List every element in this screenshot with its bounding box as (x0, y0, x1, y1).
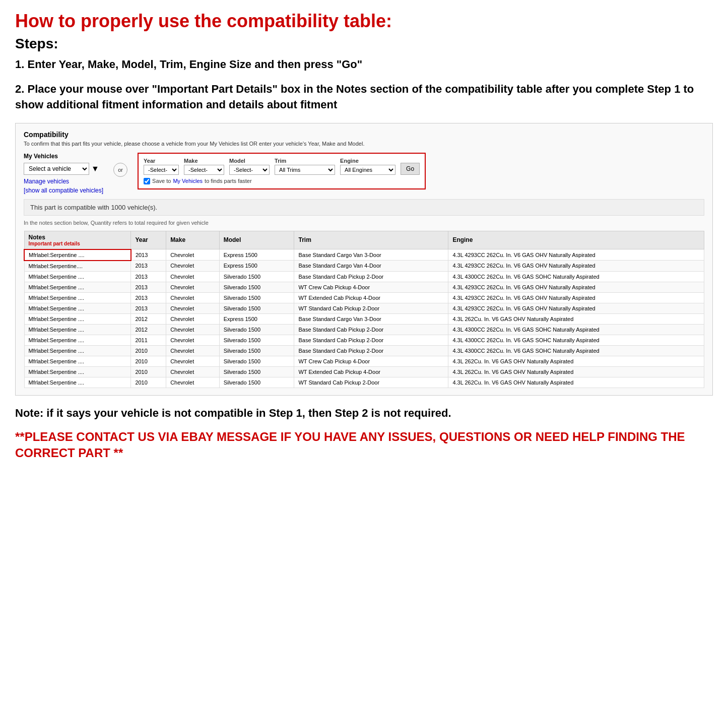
step2-text: 2. Place your mouse over "Important Part… (15, 82, 713, 113)
year-field: Year -Select- (144, 158, 179, 175)
col-notes: Notes Important part details (24, 231, 131, 249)
cell-engine: 4.3L 262Cu. In. V6 GAS OHV Naturally Asp… (448, 377, 704, 388)
cell-trim: Base Standard Cargo Van 3-Door (294, 313, 448, 324)
year-make-section: Year -Select- Make -Select- Model -Selec… (138, 153, 426, 189)
model-select[interactable]: -Select- (229, 165, 270, 175)
cell-year: 2013 (131, 303, 166, 313)
cell-year: 2012 (131, 324, 166, 335)
save-checkbox[interactable] (144, 178, 150, 184)
or-circle: or (113, 163, 127, 177)
go-button[interactable]: Go (401, 163, 420, 175)
in-notes-text: In the notes section below, Quantity ref… (24, 220, 704, 226)
col-notes-sub: Important part details (29, 241, 127, 246)
compat-desc: To confirm that this part fits your vehi… (24, 141, 704, 147)
cell-trim: WT Crew Cab Pickup 4-Door (294, 282, 448, 292)
cell-engine: 4.3L 4300CC 262Cu. In. V6 GAS SOHC Natur… (448, 324, 704, 335)
cell-model: Silverado 1500 (219, 271, 294, 282)
cell-model: Silverado 1500 (219, 292, 294, 303)
cell-make: Chevrolet (166, 249, 220, 261)
col-trim: Trim (294, 231, 448, 249)
cell-model: Silverado 1500 (219, 356, 294, 366)
cell-notes: Mfrlabel:Serpentine .... (24, 313, 131, 324)
cell-notes: Mfrlabel:Serpentine .... (24, 282, 131, 292)
cell-make: Chevrolet (166, 313, 220, 324)
cell-trim: Base Standard Cargo Van 4-Door (294, 261, 448, 272)
cell-make: Chevrolet (166, 303, 220, 313)
year-select[interactable]: -Select- (144, 165, 179, 175)
make-label: Make (184, 158, 224, 164)
cell-trim: Base Standard Cab Pickup 2-Door (294, 335, 448, 345)
table-row: Mfrlabel:Serpentine ....2013ChevroletSil… (24, 282, 704, 292)
cell-notes: Mfrlabel:Serpentine .... (24, 324, 131, 335)
engine-label: Engine (340, 158, 395, 164)
cell-make: Chevrolet (166, 366, 220, 377)
cell-year: 2012 (131, 313, 166, 324)
cell-model: Silverado 1500 (219, 366, 294, 377)
table-row: Mfrlabel:Serpentine ....2010ChevroletSil… (24, 345, 704, 356)
engine-field: Engine All Engines (340, 158, 395, 175)
cell-make: Chevrolet (166, 282, 220, 292)
my-vehicles-label: My Vehicles (24, 153, 103, 160)
manage-vehicles-link[interactable]: Manage vehicles (24, 178, 103, 185)
cell-year: 2013 (131, 271, 166, 282)
cell-trim: Base Standard Cab Pickup 2-Door (294, 345, 448, 356)
cell-engine: 4.3L 262Cu. In. V6 GAS OHV Naturally Asp… (448, 366, 704, 377)
cell-notes: Mfrlabel:Serpentine .... (24, 356, 131, 366)
make-field: Make -Select- (184, 158, 224, 175)
cell-engine: 4.3L 4293CC 262Cu. In. V6 GAS OHV Natura… (448, 261, 704, 272)
cell-make: Chevrolet (166, 335, 220, 345)
cell-year: 2013 (131, 282, 166, 292)
cell-notes: Mfrlabel:Serpentine .... (24, 292, 131, 303)
cell-make: Chevrolet (166, 271, 220, 282)
cell-trim: WT Crew Cab Pickup 4-Door (294, 356, 448, 366)
cell-engine: 4.3L 4293CC 262Cu. In. V6 GAS OHV Natura… (448, 292, 704, 303)
cell-trim: WT Standard Cab Pickup 2-Door (294, 303, 448, 313)
select-vehicle-dropdown[interactable]: Select a vehicle (24, 163, 89, 175)
cell-year: 2011 (131, 335, 166, 345)
cell-make: Chevrolet (166, 345, 220, 356)
cell-notes: Mfrlabel:Serpentine .... (24, 377, 131, 388)
engine-select[interactable]: All Engines (340, 165, 395, 175)
table-row: Mfrlabel:Serpentine ....2010ChevroletSil… (24, 377, 704, 388)
table-row: Mfrlabel:Serpentine....2013ChevroletExpr… (24, 261, 704, 272)
trim-label: Trim (275, 158, 335, 164)
contact-text: **PLEASE CONTACT US VIA EBAY MESSAGE IF … (15, 429, 713, 460)
cell-year: 2013 (131, 292, 166, 303)
cell-model: Silverado 1500 (219, 335, 294, 345)
cell-model: Silverado 1500 (219, 324, 294, 335)
cell-notes: Mfrlabel:Serpentine .... (24, 249, 131, 261)
cell-engine: 4.3L 262Cu. In. V6 GAS OHV Naturally Asp… (448, 313, 704, 324)
year-label: Year (144, 158, 179, 164)
compat-title: Compatibility (24, 131, 704, 139)
save-text: Save to (152, 178, 171, 184)
dropdown-arrow-icon: ▼ (91, 164, 99, 173)
col-notes-main: Notes (29, 234, 127, 241)
cell-notes: Mfrlabel:Serpentine .... (24, 271, 131, 282)
cell-notes: Mfrlabel:Serpentine .... (24, 335, 131, 345)
table-row: Mfrlabel:Serpentine ....2011ChevroletSil… (24, 335, 704, 345)
show-all-compat-link[interactable]: [show all compatible vehicles] (24, 187, 103, 194)
my-vehicles-section: My Vehicles Select a vehicle ▼ Manage ve… (24, 153, 103, 194)
cell-model: Express 1500 (219, 261, 294, 272)
compatibility-table: Notes Important part details Year Make M… (24, 231, 704, 388)
cell-engine: 4.3L 4293CC 262Cu. In. V6 GAS OHV Natura… (448, 249, 704, 261)
cell-make: Chevrolet (166, 324, 220, 335)
table-row: Mfrlabel:Serpentine ....2013ChevroletSil… (24, 303, 704, 313)
cell-year: 2013 (131, 261, 166, 272)
trim-select[interactable]: All Trims (275, 165, 335, 175)
make-select[interactable]: -Select- (184, 165, 224, 175)
cell-engine: 4.3L 4300CC 262Cu. In. V6 GAS SOHC Natur… (448, 345, 704, 356)
steps-heading: Steps: (15, 36, 713, 52)
table-row: Mfrlabel:Serpentine ....2010ChevroletSil… (24, 356, 704, 366)
cell-model: Express 1500 (219, 313, 294, 324)
cell-model: Silverado 1500 (219, 345, 294, 356)
my-vehicles-link[interactable]: My Vehicles (173, 178, 203, 184)
cell-trim: WT Extended Cab Pickup 4-Door (294, 366, 448, 377)
table-row: Mfrlabel:Serpentine ....2010ChevroletSil… (24, 366, 704, 377)
trim-field: Trim All Trims (275, 158, 335, 175)
cell-make: Chevrolet (166, 292, 220, 303)
model-field: Model -Select- (229, 158, 270, 175)
main-title: How to properly use the compatibility ta… (15, 10, 713, 32)
compatibility-box: Compatibility To confirm that this part … (15, 123, 713, 396)
table-row: Mfrlabel:Serpentine ....2013ChevroletSil… (24, 292, 704, 303)
